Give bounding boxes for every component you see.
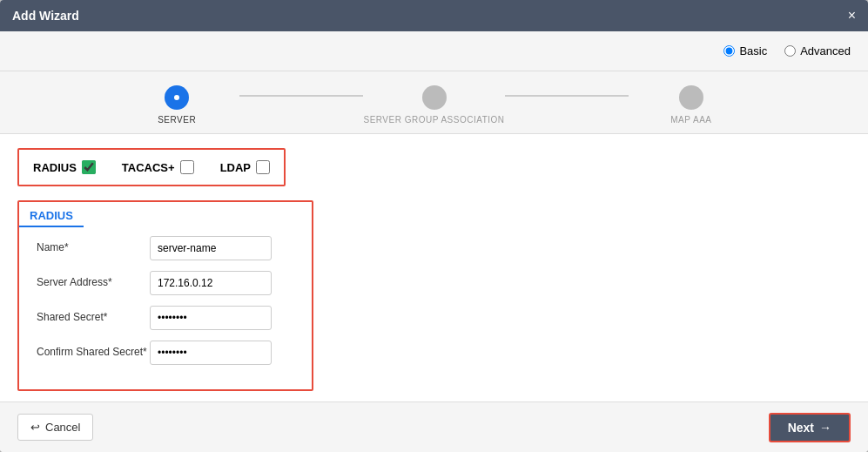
server-address-input[interactable] <box>150 271 272 295</box>
add-wizard-dialog: Add Wizard × Basic Advanced SERVER <box>0 0 868 452</box>
step-map-aaa: MAP AAA <box>629 85 753 125</box>
name-input[interactable] <box>150 236 272 260</box>
step-line-1 <box>239 95 364 97</box>
radius-checkbox[interactable] <box>82 160 96 174</box>
step-server-group: SERVER GROUP ASSOCIATION <box>363 85 504 125</box>
protocol-section: RADIUS TACACS+ LDAP <box>17 148 286 186</box>
server-address-label: Server Address* <box>37 276 150 290</box>
steps-container: SERVER SERVER GROUP ASSOCIATION MAP AAA <box>115 85 754 125</box>
shared-secret-row: Shared Secret* <box>37 306 294 330</box>
advanced-label: Advanced <box>800 44 851 57</box>
radius-protocol-label: RADIUS <box>33 161 77 174</box>
basic-label: Basic <box>739 44 767 57</box>
next-arrow-icon: → <box>819 421 831 435</box>
main-content: RADIUS TACACS+ LDAP RADIUS Name* <box>0 134 868 401</box>
ldap-protocol-option[interactable]: LDAP <box>220 160 270 174</box>
tacacs-protocol-label: TACACS+ <box>122 161 175 174</box>
step-server: SERVER <box>115 85 239 125</box>
close-button[interactable]: × <box>848 9 856 23</box>
tacacs-checkbox[interactable] <box>180 160 194 174</box>
footer: ↩ Cancel Next → <box>0 401 868 452</box>
cancel-icon: ↩ <box>30 421 40 434</box>
next-label: Next <box>788 421 814 435</box>
next-button[interactable]: Next → <box>769 413 851 442</box>
radius-title-wrapper: RADIUS <box>19 202 312 227</box>
shared-secret-label: Shared Secret* <box>37 311 150 325</box>
header-options: Basic Advanced <box>0 31 868 71</box>
step-server-circle <box>165 85 189 110</box>
radius-form-section: RADIUS Name* Server Address* Shared Secr… <box>17 200 313 391</box>
advanced-radio[interactable] <box>784 45 796 57</box>
radius-form-body: Name* Server Address* Shared Secret* Con… <box>19 227 312 389</box>
confirm-shared-secret-row: Confirm Shared Secret* <box>37 341 294 365</box>
step-server-label: SERVER <box>158 115 196 125</box>
name-label: Name* <box>37 241 150 255</box>
wizard-steps: SERVER SERVER GROUP ASSOCIATION MAP AAA <box>0 71 868 134</box>
step-map-aaa-label: MAP AAA <box>670 115 711 125</box>
ldap-protocol-label: LDAP <box>220 161 251 174</box>
ldap-checkbox[interactable] <box>256 160 270 174</box>
cancel-label: Cancel <box>45 421 80 434</box>
step-line-2 <box>505 95 629 97</box>
shared-secret-input[interactable] <box>150 306 272 330</box>
step-server-group-circle <box>422 85 447 110</box>
cancel-button[interactable]: ↩ Cancel <box>17 414 93 441</box>
title-bar: Add Wizard × <box>0 0 868 31</box>
advanced-radio-option[interactable]: Advanced <box>784 44 851 57</box>
confirm-shared-secret-label: Confirm Shared Secret* <box>37 346 150 360</box>
radius-section-title: RADIUS <box>19 202 84 227</box>
name-row: Name* <box>37 236 294 260</box>
tacacs-protocol-option[interactable]: TACACS+ <box>122 160 194 174</box>
radius-protocol-option[interactable]: RADIUS <box>33 160 96 174</box>
basic-radio-option[interactable]: Basic <box>723 44 767 57</box>
dialog-title: Add Wizard <box>12 9 79 23</box>
server-address-row: Server Address* <box>37 271 294 295</box>
basic-radio[interactable] <box>723 45 735 57</box>
step-server-checkmark-icon <box>172 92 182 103</box>
svg-point-1 <box>174 95 179 100</box>
confirm-shared-secret-input[interactable] <box>150 341 272 365</box>
step-server-group-label: SERVER GROUP ASSOCIATION <box>363 115 504 125</box>
step-map-aaa-circle <box>679 85 703 110</box>
